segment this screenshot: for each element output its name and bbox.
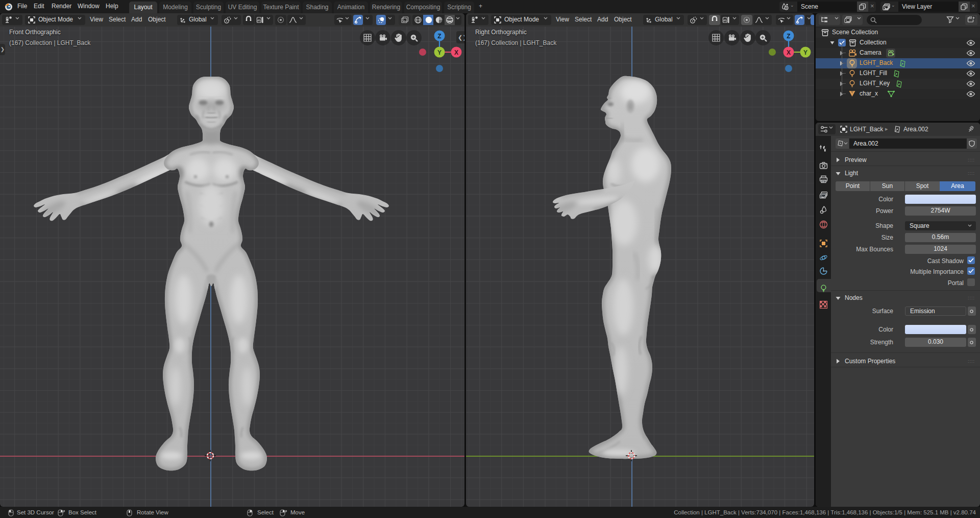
svg-text:Z: Z [437,33,441,40]
svg-text:Z: Z [787,33,790,40]
svg-text:X: X [787,49,791,56]
svg-text:X: X [454,49,458,56]
svg-text:Y: Y [803,49,807,56]
svg-text:Y: Y [437,49,442,56]
